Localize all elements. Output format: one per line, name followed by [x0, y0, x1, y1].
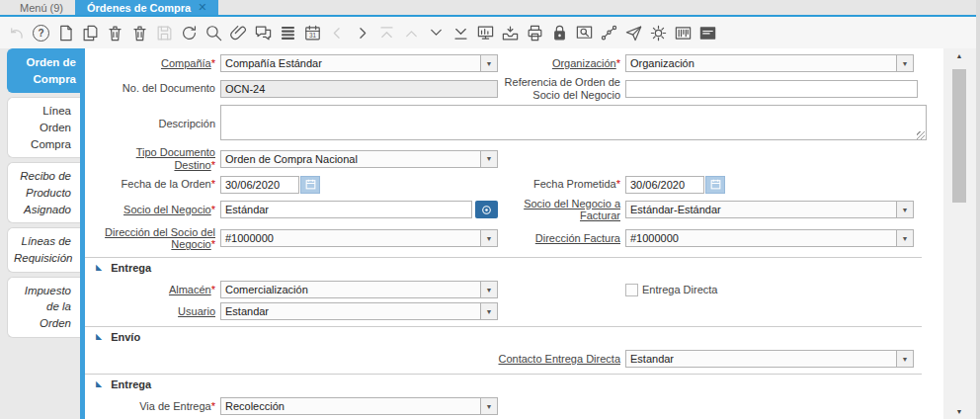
organizacion-combobox[interactable]: Organización▼: [625, 54, 914, 72]
organizacion-label-link[interactable]: Organización: [552, 57, 616, 69]
usuario-label-link[interactable]: Usuario: [178, 305, 215, 317]
almacen-combobox[interactable]: Comercialización▼: [220, 281, 498, 298]
parent-record-icon[interactable]: [374, 20, 399, 45]
dropdown-arrow-icon[interactable]: ▼: [896, 230, 913, 246]
collapse-triangle-icon[interactable]: ◣: [96, 333, 102, 341]
undo-icon[interactable]: [4, 20, 29, 45]
collapse-triangle-icon[interactable]: ◣: [96, 380, 102, 388]
entrega-directa-checkbox[interactable]: [625, 284, 638, 296]
detail-record-icon[interactable]: [424, 20, 449, 45]
tipo-documento-label-link[interactable]: Tipo Documento Destino: [136, 146, 215, 171]
descripcion-textarea[interactable]: [220, 105, 927, 140]
direccion-socio-combobox[interactable]: #1000000▼: [220, 229, 498, 247]
required-marker: *: [211, 159, 215, 171]
sidebar-tab-recibo-producto-asignado[interactable]: Recibo de Producto Asignado: [7, 162, 80, 223]
vertical-scrollbar[interactable]: ▲ ▼: [951, 49, 967, 417]
delete-record-icon[interactable]: [103, 20, 127, 45]
new-record-icon[interactable]: [53, 20, 78, 45]
socio-input[interactable]: [220, 201, 472, 218]
help-window-icon[interactable]: [695, 20, 720, 45]
dropdown-arrow-icon[interactable]: ▼: [480, 151, 497, 167]
tab-ordenes-de-compra[interactable]: Órdenes de Compra ✕: [75, 0, 218, 15]
direccion-socio-label-link[interactable]: Dirección del Socio del Negocio: [105, 226, 215, 251]
usuario-combobox[interactable]: Estandar▼: [220, 302, 498, 320]
contacto-entrega-value: Estandar: [626, 351, 896, 367]
export-icon[interactable]: [671, 20, 695, 45]
tipo-documento-value: Orden de Compra Nacional: [221, 151, 480, 167]
dropdown-arrow-icon[interactable]: ▼: [480, 282, 497, 297]
no-documento-input[interactable]: [220, 80, 498, 98]
usuario-value: Estandar: [221, 303, 480, 319]
preferences-icon[interactable]: [646, 20, 671, 45]
referencia-input[interactable]: [625, 80, 918, 98]
direccion-factura-combobox[interactable]: #1000000▼: [625, 229, 914, 247]
sidebar-tab-orden-de-compra[interactable]: Orden de Compra: [7, 48, 85, 93]
scroll-down-arrow-icon[interactable]: ▼: [951, 405, 967, 417]
tab-menu[interactable]: Menú (9): [8, 0, 75, 15]
business-partner-search-icon[interactable]: [475, 201, 498, 218]
refresh-icon[interactable]: [177, 20, 202, 45]
toolbar: ? 31: [0, 17, 980, 49]
socio-label-link[interactable]: Socio del Negocio: [123, 204, 211, 215]
via-entrega-value: Recolección: [221, 398, 480, 414]
scrollbar-thumb[interactable]: [952, 69, 966, 203]
private-record-lock-icon[interactable]: [547, 20, 572, 45]
attachment-icon[interactable]: [226, 20, 251, 45]
dropdown-arrow-icon[interactable]: ▼: [896, 351, 913, 367]
sidebar-tab-lineas-de-requisicion[interactable]: Líneas de Requisición: [7, 227, 80, 272]
close-icon[interactable]: ✕: [198, 1, 206, 14]
direccion-factura-label-link[interactable]: Dirección Factura: [535, 232, 620, 244]
previous-record-icon[interactable]: [325, 20, 350, 45]
window-edge-strip: [976, 0, 980, 419]
window-tab-bar: Menú (9) Órdenes de Compra ✕: [0, 0, 980, 17]
save-icon[interactable]: [152, 20, 177, 45]
last-record-icon[interactable]: [449, 20, 473, 45]
referencia-label-text: Referencia de Orden de Socio del Negocio: [505, 76, 620, 101]
contacto-entrega-label-link[interactable]: Contacto Entrega Directa: [498, 353, 620, 365]
archive-icon[interactable]: [498, 20, 523, 45]
almacen-label-link[interactable]: Almacén: [169, 284, 211, 295]
socio-facturar-combobox[interactable]: Estándar-Estándar▼: [625, 201, 914, 218]
calendar-day-text: 31: [309, 31, 317, 38]
dropdown-arrow-icon[interactable]: ▼: [480, 230, 497, 246]
dropdown-arrow-icon[interactable]: ▼: [480, 398, 497, 414]
grid-toggle-icon[interactable]: [276, 20, 300, 45]
workflow-icon[interactable]: [597, 20, 621, 45]
dropdown-arrow-icon[interactable]: ▼: [480, 55, 497, 71]
required-marker: *: [211, 204, 215, 215]
dropdown-arrow-icon[interactable]: ▼: [896, 202, 913, 217]
socio-facturar-label-link[interactable]: Socio del Negocio a Facturar: [524, 198, 620, 222]
dropdown-arrow-icon[interactable]: ▼: [480, 303, 497, 319]
send-mail-icon[interactable]: [621, 20, 646, 45]
compania-label-link[interactable]: Compañía: [161, 57, 211, 69]
active-tab-accent-bar: [80, 48, 85, 419]
copy-record-icon[interactable]: [78, 20, 103, 45]
collapse-triangle-icon[interactable]: ◣: [96, 264, 102, 272]
compania-combobox[interactable]: Compañía Estándar▼: [220, 54, 498, 72]
scroll-up-arrow-icon[interactable]: ▲: [951, 49, 967, 61]
resize-grip-icon[interactable]: [917, 131, 925, 139]
dropdown-arrow-icon[interactable]: ▼: [896, 55, 913, 71]
fecha-orden-input[interactable]: [220, 176, 299, 194]
requests-calendar-icon[interactable]: 31: [300, 20, 325, 45]
calendar-picker-icon[interactable]: [705, 176, 725, 194]
next-record-icon[interactable]: [350, 20, 374, 45]
contacto-entrega-combobox[interactable]: Estandar▼: [625, 350, 914, 368]
tipo-documento-combobox[interactable]: Orden de Compra Nacional▼: [220, 150, 498, 168]
up-record-icon[interactable]: [399, 20, 424, 45]
required-marker: *: [616, 57, 620, 69]
socio-facturar-value: Estándar-Estándar: [626, 202, 896, 217]
print-icon[interactable]: [523, 20, 547, 45]
fecha-prometida-input[interactable]: [625, 176, 704, 194]
report-icon[interactable]: [473, 20, 498, 45]
calendar-picker-icon[interactable]: [300, 176, 320, 194]
sidebar-tab-linea-orden-compra[interactable]: Línea Orden Compra: [7, 97, 80, 158]
find-icon[interactable]: [202, 20, 226, 45]
zoom-across-icon[interactable]: [572, 20, 597, 45]
organizacion-label: Organización*: [498, 57, 625, 70]
delete-selection-icon[interactable]: [127, 20, 152, 45]
chat-icon[interactable]: [251, 20, 276, 45]
via-entrega-combobox[interactable]: Recolección▼: [220, 397, 498, 415]
sidebar-tab-impuesto-de-la-orden[interactable]: Impuesto de la Orden: [7, 277, 80, 338]
help-icon[interactable]: ?: [29, 20, 53, 45]
